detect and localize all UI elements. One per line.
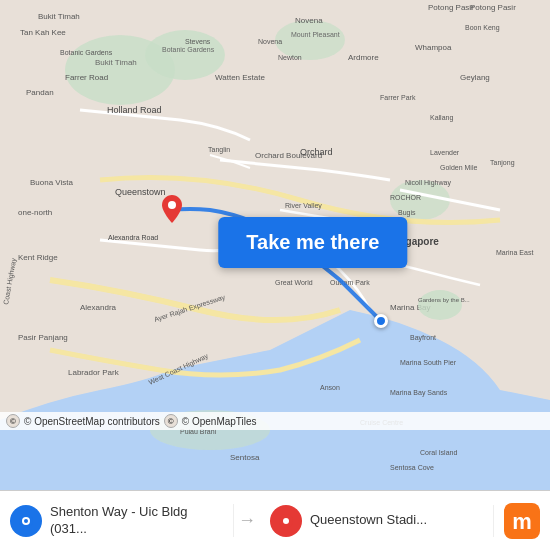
svg-text:Bugis: Bugis: [398, 209, 416, 217]
svg-text:Lavender: Lavender: [430, 149, 460, 156]
svg-text:Sentosa Cove: Sentosa Cove: [390, 464, 434, 471]
svg-text:Novena: Novena: [258, 38, 282, 45]
svg-text:Tan Kah Kee: Tan Kah Kee: [20, 28, 66, 37]
copyright-icon: ©: [6, 414, 20, 428]
svg-text:Sentosa: Sentosa: [230, 453, 260, 462]
from-station-icon: [10, 505, 42, 537]
svg-text:Alexandra: Alexandra: [80, 303, 117, 312]
svg-text:Bayfront: Bayfront: [410, 334, 436, 342]
from-station[interactable]: Shenton Way - Uic Bldg (031...: [0, 504, 234, 538]
svg-text:Great World: Great World: [275, 279, 313, 286]
svg-text:Marina East: Marina East: [496, 249, 533, 256]
moovit-logo: m: [494, 503, 550, 539]
svg-point-65: [418, 290, 462, 320]
map-container: Bukit Timah Botanic Gardens Mount Pleasa…: [0, 0, 550, 490]
to-station[interactable]: Queenstown Stadi...: [260, 505, 494, 537]
attribution-bar: © © OpenStreetMap contributors © © OpenM…: [0, 412, 550, 430]
svg-text:Whampoa: Whampoa: [415, 43, 452, 52]
from-station-label: Shenton Way - Uic Bldg (031...: [50, 504, 223, 538]
svg-text:Anson: Anson: [320, 384, 340, 391]
take-me-there-button[interactable]: Take me there: [218, 217, 407, 268]
svg-text:Novena: Novena: [295, 16, 323, 25]
svg-text:Marina Bay Sands: Marina Bay Sands: [390, 389, 448, 397]
attribution-omaptiles: © OpenMapTiles: [182, 416, 257, 427]
svg-text:Tanjong: Tanjong: [490, 159, 515, 167]
svg-text:Potong Pasir: Potong Pasir: [428, 3, 474, 12]
bottom-bar: Shenton Way - Uic Bldg (031... → Queenst…: [0, 490, 550, 550]
svg-text:Botanic Gardens: Botanic Gardens: [162, 46, 215, 53]
svg-text:Coral Island: Coral Island: [420, 449, 457, 456]
svg-text:Bukit Timah: Bukit Timah: [38, 12, 80, 21]
svg-text:Farrer Park: Farrer Park: [380, 94, 416, 101]
svg-text:Boon Keng: Boon Keng: [465, 24, 500, 32]
svg-text:Gardens by the B...: Gardens by the B...: [418, 297, 470, 303]
svg-text:Botanic Gardens: Botanic Gardens: [60, 49, 113, 56]
svg-text:Geylang: Geylang: [460, 73, 490, 82]
svg-text:Pasir Panjang: Pasir Panjang: [18, 333, 68, 342]
svg-text:Outram Park: Outram Park: [330, 279, 370, 286]
arrow-separator: →: [234, 510, 260, 531]
svg-text:Mount Pleasant: Mount Pleasant: [291, 31, 340, 38]
svg-text:Nicoll Highway: Nicoll Highway: [405, 179, 451, 187]
svg-text:m: m: [512, 509, 532, 534]
svg-text:Labrador Park: Labrador Park: [68, 368, 120, 377]
svg-text:Stevens: Stevens: [185, 38, 211, 45]
copyright-icon-2: ©: [164, 414, 178, 428]
svg-text:Pandan: Pandan: [26, 88, 54, 97]
to-station-label: Queenstown Stadi...: [310, 512, 427, 529]
svg-text:Kallang: Kallang: [430, 114, 453, 122]
svg-text:Bukit Timah: Bukit Timah: [95, 58, 137, 67]
svg-text:Farrer Road: Farrer Road: [65, 73, 108, 82]
svg-text:Queenstown: Queenstown: [115, 187, 166, 197]
destination-pin: [162, 195, 182, 227]
to-station-icon: [270, 505, 302, 537]
svg-text:Marina South Pier: Marina South Pier: [400, 359, 457, 366]
svg-text:Golden Mile: Golden Mile: [440, 164, 477, 171]
svg-text:one-north: one-north: [18, 208, 52, 217]
svg-text:Potong Pasir: Potong Pasir: [470, 3, 516, 12]
svg-text:River Valley: River Valley: [285, 202, 322, 210]
svg-point-70: [24, 519, 28, 523]
svg-text:Watten Estate: Watten Estate: [215, 73, 266, 82]
svg-text:Kent Ridge: Kent Ridge: [18, 253, 58, 262]
svg-text:Alexandra Road: Alexandra Road: [108, 234, 158, 241]
svg-point-67: [168, 201, 176, 209]
svg-text:Tanglin: Tanglin: [208, 146, 230, 154]
svg-point-72: [283, 518, 289, 524]
svg-text:ROCHOR: ROCHOR: [390, 194, 421, 201]
svg-text:Holland Road: Holland Road: [107, 105, 162, 115]
svg-text:Ardmore: Ardmore: [348, 53, 379, 62]
svg-text:Buona Vista: Buona Vista: [30, 178, 74, 187]
attribution-osm: © OpenStreetMap contributors: [24, 416, 160, 427]
svg-text:Newton: Newton: [278, 54, 302, 61]
origin-dot: [374, 314, 388, 328]
svg-text:Orchard: Orchard: [300, 147, 333, 157]
